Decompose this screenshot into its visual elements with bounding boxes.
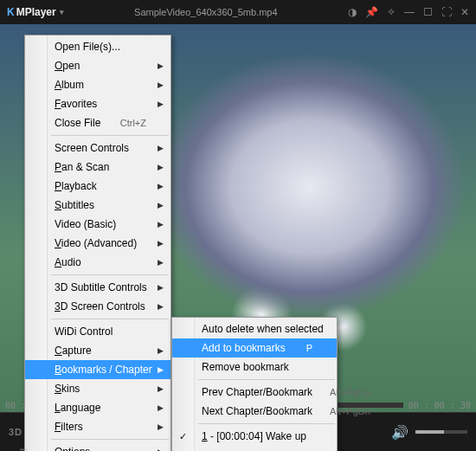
main-menu-item[interactable]: Close FileCtrl+Z: [25, 113, 170, 132]
badge-3d[interactable]: 3D: [9, 427, 23, 437]
main-menu-item[interactable]: Capture▶: [25, 341, 170, 360]
sub-menu-item[interactable]: Remove bookmark: [172, 358, 337, 377]
check-icon: ✓: [179, 431, 187, 442]
separator: [51, 135, 169, 136]
menu-label: Next Chapter/Bookmark: [202, 405, 312, 417]
separator: [51, 439, 169, 440]
menu-label: 1 - [00:00:04] Wake up: [202, 430, 312, 442]
main-menu-item[interactable]: Options▶: [25, 442, 170, 451]
main-menu-item[interactable]: Audio▶: [25, 253, 170, 272]
menu-label: Filters: [55, 421, 146, 433]
menu-label: Add to bookmarks: [202, 342, 289, 354]
menu-label: Remove bookmark: [202, 361, 312, 373]
sub-menu-item[interactable]: 1 - [00:00:04] Wake up✓: [172, 427, 337, 446]
separator: [198, 423, 335, 424]
main-menu-item[interactable]: Open File(s)...: [25, 37, 170, 56]
menu-label: Auto delete when selected: [202, 323, 324, 335]
menu-label: Favorites: [55, 98, 146, 110]
menu-label: Capture: [55, 345, 146, 357]
sub-menu-item[interactable]: Next Chapter/BookmarkAlt+PgDn: [172, 402, 337, 421]
volume-icon[interactable]: 🔊: [391, 424, 408, 441]
chevron-right-icon: ▶: [158, 61, 164, 70]
main-menu-item[interactable]: Favorites▶: [25, 94, 170, 113]
main-menu-item[interactable]: Filters▶: [25, 417, 170, 436]
menu-label: Video (Advanced): [55, 237, 146, 249]
chevron-right-icon: ▶: [158, 403, 164, 412]
minimize-button[interactable]: —: [404, 6, 415, 18]
chevron-right-icon: ▶: [158, 201, 164, 209]
sub-menu-item[interactable]: Add to bookmarksP: [172, 338, 337, 358]
menu-label: Bookmarks / Chapter: [55, 364, 152, 376]
main-menu-item[interactable]: Open▶: [25, 56, 170, 75]
menu-label: Open File(s)...: [55, 41, 146, 53]
menu-label: Album: [55, 79, 146, 91]
chevron-right-icon: ▶: [158, 384, 164, 393]
menu-label: Pan & Scan: [55, 161, 146, 173]
menu-label: WiDi Control: [55, 325, 146, 338]
main-menu-item[interactable]: Video (Advanced)▶: [25, 234, 170, 253]
menu-label: Open: [55, 60, 146, 72]
bookmarks-submenu: Auto delete when selectedAdd to bookmark…: [171, 317, 338, 451]
sub-menu-item[interactable]: Prev Chapter/BookmarkAlt+PgUp: [172, 383, 337, 402]
shortcut: Alt+PgDn: [330, 406, 370, 416]
maximize-button[interactable]: ☐: [423, 6, 433, 18]
tool-icon[interactable]: ✧: [387, 6, 396, 18]
window-buttons: ◑ 📌 ✧ — ☐ ⛶ ✕: [348, 6, 469, 18]
main-menu-item[interactable]: Screen Controls▶: [25, 139, 170, 158]
main-menu-item[interactable]: Video (Basic)▶: [25, 215, 170, 234]
chevron-right-icon: ▶: [158, 283, 164, 292]
chevron-right-icon: ▶: [158, 365, 164, 374]
separator: [51, 319, 169, 319]
context-menu: yer We All Enjoy! Open File(s)...Open▶Al…: [24, 35, 171, 451]
chevron-right-icon: ▶: [158, 422, 164, 431]
app-name[interactable]: KMPlayer ▾: [7, 6, 64, 18]
menu-label: Prev Chapter/Bookmark: [202, 386, 312, 398]
main-menu-item[interactable]: Language▶: [25, 398, 170, 417]
chevron-right-icon: ▶: [158, 258, 164, 267]
menu-label: Subtitles: [55, 199, 146, 211]
chevron-right-icon: ▶: [158, 163, 164, 171]
main-menu-item[interactable]: 3D Screen Controls▶: [25, 297, 170, 316]
main-menu-item[interactable]: Album▶: [25, 75, 170, 94]
main-menu-item[interactable]: Playback▶: [25, 177, 170, 196]
menu-label: Close File: [55, 117, 103, 129]
menu-label: Language: [55, 402, 146, 414]
menu-label: 3D Subtitle Controls: [55, 281, 147, 293]
chevron-right-icon: ▶: [158, 302, 164, 311]
menu-label: Playback: [55, 180, 146, 192]
menu-label: Skins: [55, 383, 146, 395]
main-menu-item[interactable]: WiDi Control: [25, 322, 170, 341]
menu-label: Screen Controls: [55, 142, 146, 154]
main-menu-item[interactable]: Skins▶: [25, 379, 170, 398]
chevron-right-icon: ▶: [158, 144, 164, 152]
shortcut: Alt+PgUp: [330, 387, 370, 397]
chevron-right-icon: ▶: [158, 81, 164, 89]
chevron-right-icon: ▶: [158, 346, 164, 355]
close-button[interactable]: ✕: [460, 6, 469, 18]
main-menu-item[interactable]: Subtitles▶: [25, 196, 170, 215]
chevron-right-icon: ▶: [158, 239, 164, 248]
chevron-right-icon: ▶: [158, 448, 164, 451]
menu-label: 3D Screen Controls: [55, 300, 146, 312]
chevron-right-icon: ▶: [158, 100, 164, 108]
chevron-right-icon: ▶: [158, 182, 164, 190]
main-menu-item[interactable]: Bookmarks / Chapter▶: [25, 360, 170, 379]
sub-menu-item[interactable]: 2 - [00:00:13] Yaws: [172, 446, 337, 451]
time-total: 00 : 00 : 30: [408, 401, 471, 410]
menu-label: Video (Basic): [55, 218, 146, 230]
volume-slider[interactable]: [415, 430, 467, 434]
fullscreen-button[interactable]: ⛶: [441, 6, 452, 18]
separator: [51, 274, 169, 275]
shortcut: Ctrl+Z: [120, 118, 146, 128]
sub-menu-item[interactable]: Auto delete when selected: [172, 319, 337, 338]
app-label: MPlayer: [16, 6, 56, 18]
record-icon[interactable]: ◑: [348, 6, 357, 18]
main-menu-item[interactable]: 3D Subtitle Controls▶: [25, 278, 170, 297]
pin-icon[interactable]: 📌: [365, 6, 378, 18]
chevron-right-icon: ▶: [158, 220, 164, 229]
titlebar: KMPlayer ▾ SampleVideo_640x360_5mb.mp4 ◑…: [0, 0, 476, 24]
separator: [198, 379, 335, 380]
main-menu-item[interactable]: Pan & Scan▶: [25, 158, 170, 177]
menu-label: Options: [55, 446, 146, 451]
shortcut: P: [306, 343, 312, 353]
